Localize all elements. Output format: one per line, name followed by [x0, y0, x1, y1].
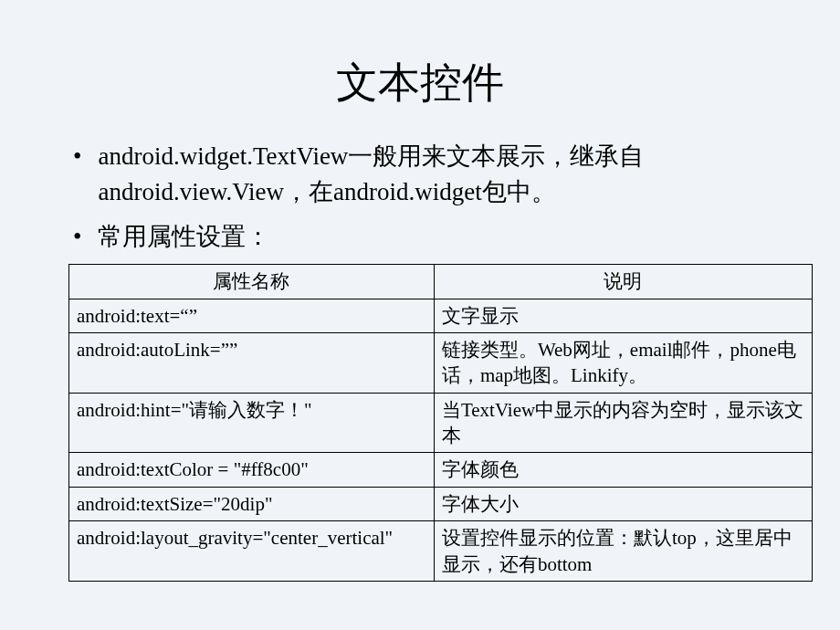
bullet-marker: •: [73, 219, 81, 255]
cell-desc: 文字显示: [434, 299, 812, 332]
slide-title: 文本控件: [50, 55, 790, 111]
table-row: android:textColor = "#ff8c00" 字体颜色: [69, 453, 813, 487]
slide-container: 文本控件 • android.widget.TextView一般用来文本展示，继…: [0, 0, 840, 630]
cell-desc: 字体颜色: [434, 453, 812, 487]
header-attr-name: 属性名称: [69, 265, 435, 299]
cell-attr: android:layout_gravity="center_vertical": [69, 521, 435, 582]
attributes-table: 属性名称 说明 android:text=“” 文字显示 android:aut…: [68, 264, 813, 581]
table-wrapper: 属性名称 说明 android:text=“” 文字显示 android:aut…: [68, 264, 790, 581]
bullet-marker: •: [73, 139, 81, 210]
cell-attr: android:text=“”: [69, 299, 435, 332]
cell-attr: android:autoLink=””: [69, 333, 435, 394]
bullet-text: android.widget.TextView一般用来文本展示，继承自andro…: [98, 139, 790, 210]
table-row: android:layout_gravity="center_vertical"…: [69, 521, 813, 582]
header-description: 说明: [434, 265, 812, 299]
cell-desc: 字体大小: [434, 487, 812, 520]
bullet-item: • android.widget.TextView一般用来文本展示，继承自and…: [50, 139, 790, 210]
cell-attr: android:hint="请输入数字！": [69, 393, 435, 453]
content-area: • android.widget.TextView一般用来文本展示，继承自and…: [50, 139, 790, 582]
table-row: android:hint="请输入数字！" 当TextView中显示的内容为空时…: [69, 393, 813, 453]
cell-attr: android:textColor = "#ff8c00": [69, 453, 435, 487]
bullet-item: • 常用属性设置：: [50, 219, 790, 255]
table-row: android:autoLink=”” 链接类型。Web网址，email邮件，p…: [69, 333, 813, 394]
table-header-row: 属性名称 说明: [69, 265, 813, 299]
cell-desc: 设置控件显示的位置：默认top，这里居中显示，还有bottom: [434, 521, 812, 582]
table-row: android:text=“” 文字显示: [69, 299, 813, 332]
bullet-text: 常用属性设置：: [98, 219, 790, 255]
cell-desc: 链接类型。Web网址，email邮件，phone电话，map地图。Linkify…: [434, 333, 812, 394]
table-row: android:textSize="20dip" 字体大小: [69, 487, 813, 520]
cell-desc: 当TextView中显示的内容为空时，显示该文本: [434, 393, 812, 453]
cell-attr: android:textSize="20dip": [69, 487, 435, 520]
